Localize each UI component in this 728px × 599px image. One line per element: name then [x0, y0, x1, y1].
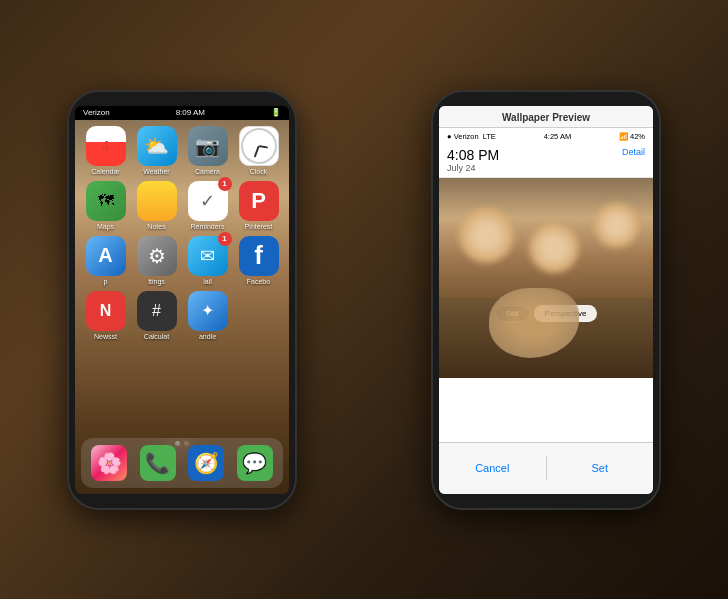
app-calendar[interactable]: 4 Calendar [83, 126, 128, 175]
clock-hour-hand [258, 145, 267, 149]
mail-label: lail [203, 278, 212, 285]
camera-label: Camera [195, 168, 220, 175]
face-2 [529, 223, 579, 273]
facebook-label: Facebo [247, 278, 270, 285]
clock-label: Clock [250, 168, 268, 175]
battery-right: 42% [630, 132, 645, 141]
detail-button[interactable]: Detail [622, 147, 645, 157]
candle-label: andle [199, 333, 216, 340]
dock-messages[interactable]: 💬 [237, 445, 273, 481]
scene: Verizon 8:09 AM 🔋 4 Calendar ⛅ Weather [0, 0, 728, 599]
face-1 [459, 208, 514, 263]
face-3 [594, 203, 639, 248]
pinterest-label: Pinterest [245, 223, 273, 230]
app-grid: 4 Calendar ⛅ Weather 📷 Camera [75, 120, 289, 346]
app-candle[interactable]: ✦ andle [185, 291, 230, 340]
pinterest-icon: P [239, 181, 279, 221]
wallpaper-preview-header: Wallpaper Preview [439, 106, 653, 128]
phone-left-screen: Verizon 8:09 AM 🔋 4 Calendar ⛅ Weather [75, 106, 289, 494]
app-reminders[interactable]: ✓ 1 Reminders [185, 181, 230, 230]
clock-icon [239, 126, 279, 166]
set-button[interactable]: Set [547, 454, 654, 482]
app-newsstand[interactable]: N Newsst [83, 291, 128, 340]
carrier-right: ● Verizon [447, 132, 479, 141]
wallpaper-preview-title: Wallpaper Preview [447, 112, 645, 123]
app-store-icon: A [86, 236, 126, 276]
dock-photos[interactable]: 🌸 [91, 445, 127, 481]
lock-screen-area: 4:08 PM July 24 Detail [439, 143, 653, 178]
candle-icon: ✦ [188, 291, 228, 331]
facebook-icon: f [239, 236, 279, 276]
app-facebook[interactable]: f Facebo [236, 236, 281, 285]
weather-icon: ⛅ [137, 126, 177, 166]
reminders-label: Reminders [191, 223, 225, 230]
battery-left: 🔋 [271, 108, 281, 117]
newsstand-icon: N [86, 291, 126, 331]
maps-label: Maps [97, 223, 114, 230]
network-right: LTE [483, 132, 496, 141]
app-store[interactable]: A p [83, 236, 128, 285]
reminders-badge: 1 [218, 177, 232, 191]
calendar-label: Calendar [91, 168, 119, 175]
weather-label: Weather [143, 168, 169, 175]
lock-time: 4:08 PM [447, 147, 499, 163]
status-bar-left: Verizon 8:09 AM 🔋 [75, 106, 289, 120]
phone-right: Wallpaper Preview ● Verizon LTE 4:25 AM … [431, 90, 661, 510]
phone-right-screen: Wallpaper Preview ● Verizon LTE 4:25 AM … [439, 106, 653, 494]
calculator-label: Calculat [144, 333, 169, 340]
app-clock[interactable]: Clock [236, 126, 281, 175]
app-store-label: p [104, 278, 108, 285]
notes-icon [137, 181, 177, 221]
app-maps[interactable]: 🗺 Maps [83, 181, 128, 230]
notes-label: Notes [147, 223, 165, 230]
carrier-left: Verizon [83, 108, 110, 117]
app-weather[interactable]: ⛅ Weather [134, 126, 179, 175]
time-right: 4:25 AM [544, 132, 572, 141]
mail-icon: ✉ 1 [188, 236, 228, 276]
app-notes[interactable]: Notes [134, 181, 179, 230]
camera-icon: 📷 [188, 126, 228, 166]
time-left: 8:09 AM [176, 108, 205, 117]
cancel-button[interactable]: Cancel [439, 454, 546, 482]
lock-date: July 24 [447, 163, 499, 173]
dock-safari[interactable]: 🧭 [188, 445, 224, 481]
dock: 🌸 📞 🧭 💬 [81, 438, 283, 488]
settings-label: ttings [148, 278, 165, 285]
clock-face [241, 128, 277, 164]
status-bar-right: ● Verizon LTE 4:25 AM 📶 42% [439, 128, 653, 143]
clock-minute-hand [254, 145, 260, 157]
app-calculator[interactable]: # Calculat [134, 291, 179, 340]
phone-left: Verizon 8:09 AM 🔋 4 Calendar ⛅ Weather [67, 90, 297, 510]
app-camera[interactable]: 📷 Camera [185, 126, 230, 175]
app-pinterest[interactable]: P Pinterest [236, 181, 281, 230]
app-settings[interactable]: ⚙ ttings [134, 236, 179, 285]
app-mail[interactable]: ✉ 1 lail [185, 236, 230, 285]
newsstand-label: Newsst [94, 333, 117, 340]
wifi-icon: 📶 [619, 132, 628, 141]
mail-badge: 1 [218, 232, 232, 246]
calculator-icon: # [137, 291, 177, 331]
maps-icon: 🗺 [86, 181, 126, 221]
reminders-icon: ✓ 1 [188, 181, 228, 221]
calendar-icon: 4 [86, 126, 126, 166]
dock-phone[interactable]: 📞 [140, 445, 176, 481]
wallpaper-photo: Still Perspective [439, 178, 653, 378]
settings-icon: ⚙ [137, 236, 177, 276]
wallpaper-bottom-bar: Cancel Set [439, 442, 653, 494]
